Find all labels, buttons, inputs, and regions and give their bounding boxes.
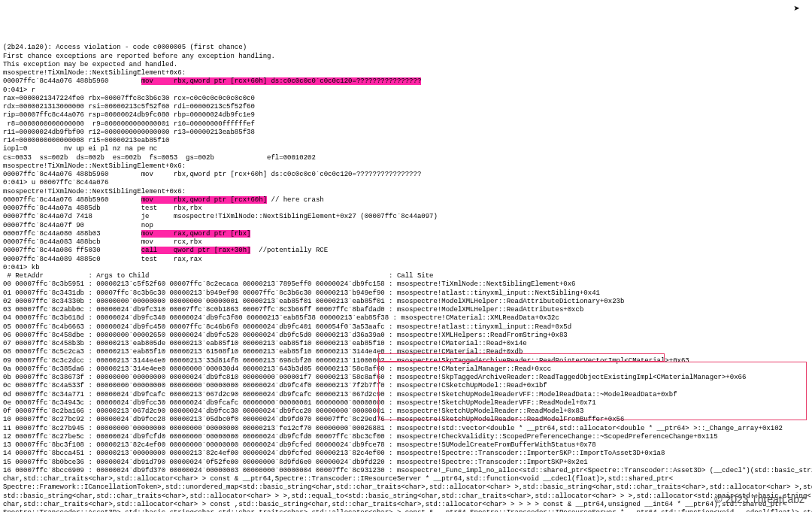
highlighted-instruction: call qword ptr [rax+30h] [141,247,251,254]
addr: 00007ffc`8c44a086 ff5030 [3,247,141,254]
stack-line: 05 00007ffc`8c4b6663 : 00000024`db9fc450… [3,323,571,331]
stack-line: 0f 00007ffc`8c2ba166 : 00000213`067d2c90… [3,407,583,415]
prompt: 0:041> kb [3,264,40,271]
exception-line: (2b24.1a20): Access violation - code c00… [3,44,247,51]
stack-line: 12 00007ffc`8c27be5c : 00000024`db9fcfd0… [3,433,718,441]
stack-line: 09 00007ffc`8c3c2dcc : 00000213`3144e4e0… [3,357,689,365]
stack-line: 0d 00007ffc`8c34a771 : 00000024`db9fcafc… [3,391,397,398]
stack-line: 08 00007ffc`8c5c2ca3 : 00000213`eab85f10… [3,348,523,356]
tail-line: char,std::char_traits<char>,std::allocat… [3,475,673,483]
stack-line: 13 00007ffc`8bc3f108 : 00000213`82c4ef00… [3,441,596,449]
stack-line: 15 00007ffc`8b0bce36 : 00000024`db91d790… [3,459,588,466]
register-line: rip=00007ffc8c44a076 rsp=00000024db9fc08… [3,111,255,119]
symbol-line: msospectre!TiXmlNode::NextSiblingElement… [3,69,186,77]
stack-line: 04 00007ffc`8c3b618d : 00000024`db9fc340… [3,314,559,322]
stack-line: 07 00007ffc`8c458b3b : 00000213`eab805de… [3,340,527,347]
disasm-line: 00007ffc`8c44a083 488bcb mov rcx,rbx [3,238,202,246]
highlighted-instruction: mov rbx,qword ptr [rcx+60h] [141,196,267,204]
register-line: r14=0000000000000008 r15=00000213eab85f1… [3,137,169,144]
highlighted-instruction: mov rbx,qword ptr [rcx+60h] ds:c0c0c0c0`… [141,77,422,85]
comment: //potentially RCE [250,247,328,254]
stack-line: 01 00007ffc`8c3431db : 00007ffc`8c3b6c30… [3,289,600,297]
stack-line: 03 00007ffc`8c2abb0c : 00000024`db9fc310… [3,306,583,314]
tail-line: std::basic_string<char,std::char_traits<… [3,492,811,500]
register-line: cs=0033 ss=002b ds=002b es=002b fs=0053 … [3,154,316,162]
disasm-line: 00007ffc`8c44a07d 7418 je msospectre!TiX… [3,213,438,220]
info-line: First chance exceptions are reported bef… [3,53,275,60]
disasm-line: 00007ffc`8c44a089 4885c0 test rax,rax [3,256,202,263]
stack-line: 0e 00007ffc`8c34943c : 00000024`db9fcc30… [3,399,596,407]
tail-line: 16 00007ffc`8bcc6909 : 00000024`db9fd370… [3,467,812,474]
debugger-output: (2b24.1a20): Access violation - code c00… [3,35,809,512]
stack-line: 06 00007ffc`8c458dbe : 00000000`00002650… [3,332,568,339]
prompt: 0:041> r [3,86,35,94]
addr: 00007ffc`8c44a076 488b5960 [3,77,141,85]
stack-line: 00 00007ffc`8c3b5951 : 00000213`c5f52f60… [3,280,576,288]
disasm-line: 00007ffc`8c44a07f 90 nop [3,222,153,229]
stack-line: 11 00007ffc`8c27b945 : 00000000`00000000… [3,425,783,432]
stack-line: 0c 00007ffc`8c4a533f : 00000000`00000000… [3,382,547,389]
boxed-symbol: msospectre!Spectre::Transcoder::Importer… [397,450,665,457]
stack-line: 0b 00007ffc`8c38673f : 00000000`00000000… [3,374,746,381]
symbol-line: msospectre!TiXmlNode::NextSiblingElement… [3,188,186,195]
disasm-line: 00007ffc`8c44a076 488b5960 mov rbx,qword… [3,171,421,178]
boxed-symbol: msospectre!SketchUpModelReaderVFF::Model… [397,391,677,398]
disasm-line: 00007ffc`8c44a07a 4885db test rbx,rbx [3,204,202,212]
symbol-line: msospectre!TiXmlNode::NextSiblingElement… [3,162,186,170]
addr: 00007ffc`8c44a080 488b03 [3,230,141,238]
comment: // here crash [267,196,324,204]
tail-line: Spectre::Transcoder::Asset3D>,std::basic… [3,509,812,512]
register-line: iopl=0 nv up ei pl nz na pe nc [3,145,157,153]
stack-line: 14 00007ffc`8bcca451 : 00000213`00000000… [3,450,397,457]
tail-line: char,std::char_traits<char>,std::allocat… [3,501,786,508]
register-line: r11=00000024db9fbf00 r12=000000000000000… [3,129,255,136]
cursor-icon: ➤ [794,3,800,17]
tail-line: Spectre::Framework::ICancellationToken>,… [3,483,812,491]
copyright-text: © 2023 ThreatLabz [714,493,804,507]
register-line: r8=0000000000000000 r9=0000000000000001 … [3,120,255,128]
addr: 00007ffc`8c44a076 488b5960 [3,196,141,204]
stack-line: 0a 00007ffc`8c385da6 : 00000213`314e4ee0… [3,365,551,373]
register-line: rax=0000021347224fe0 rbx=00007ffc8c3b6c3… [3,95,255,102]
register-line: rdx=0000021313000000 rsi=00000213c5f52f6… [3,103,255,111]
stack-line: 02 00007ffc`8c34330b : 00000000`00000000… [3,298,624,305]
prompt: 0:041> u 00007ffc`8c44a076 [3,179,108,186]
stack-line: 10 00007ffc`8c27bc92 : 00000024`db9fcc28… [3,416,624,423]
highlighted-instruction: mov rax,qword ptr [rbx] [141,230,251,238]
info-line: This exception may be expected and handl… [3,61,177,68]
stack-header: # RetAddr : Args to Child : Call Site [3,272,434,280]
